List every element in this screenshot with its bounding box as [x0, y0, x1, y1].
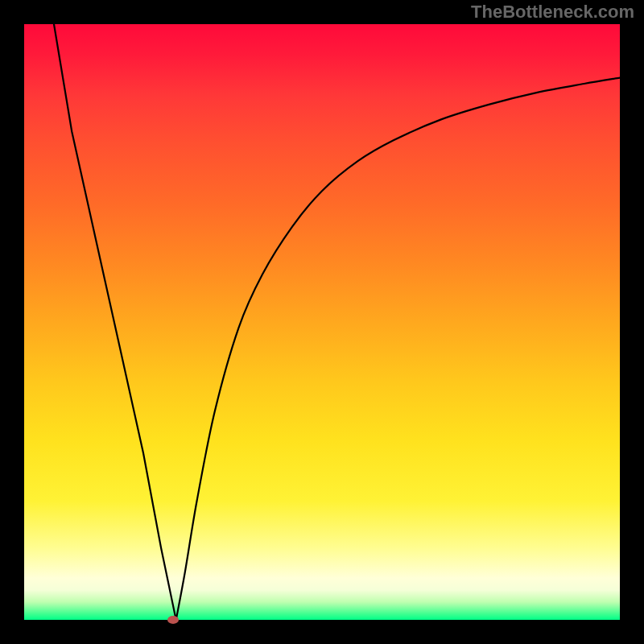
chart-curve — [24, 24, 620, 620]
bottleneck-marker — [167, 616, 179, 624]
plot-area — [24, 24, 620, 620]
watermark-text: TheBottleneck.com — [471, 2, 634, 23]
